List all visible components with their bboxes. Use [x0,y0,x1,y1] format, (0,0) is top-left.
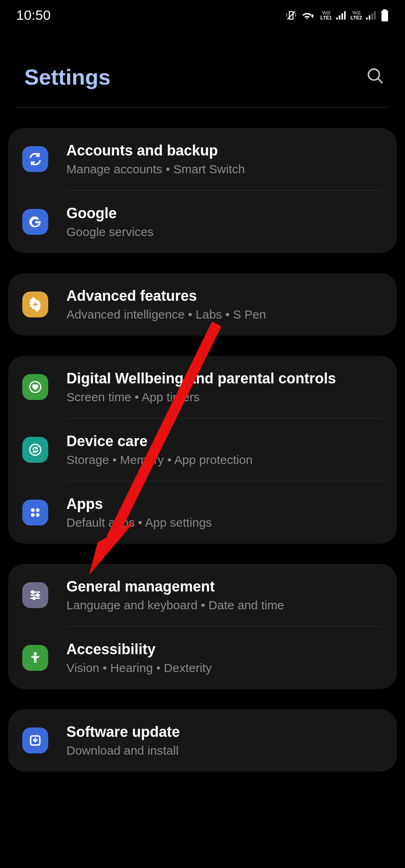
signal2-icon [366,11,377,20]
row-title: Accounts and backup [66,142,383,159]
battery-icon [381,9,389,21]
svg-line-12 [378,79,383,83]
header: Settings [0,30,405,107]
devicecare-icon [22,437,48,463]
svg-rect-4 [344,11,345,19]
settings-item-software[interactable]: Software updateDownload and install [8,709,397,772]
settings-item-wellbeing[interactable]: Digital Wellbeing and parental controlsS… [8,356,397,418]
row-title: Device care [66,433,383,450]
settings-item-google[interactable]: GoogleGoogle services [8,191,397,253]
settings-group: Digital Wellbeing and parental controlsS… [8,356,397,544]
vibrate-off-icon [286,10,297,21]
settings-item-devicecare[interactable]: Device careStorage • Memory • App protec… [8,419,397,481]
svg-point-15 [31,508,35,512]
search-button[interactable] [362,63,389,91]
row-subtitle: Vision • Hearing • Dexterity [66,661,383,675]
row-subtitle: Default apps • App settings [66,516,383,530]
row-title: Advanced features [66,287,383,304]
search-icon [366,67,385,85]
accounts-icon [22,146,48,172]
accessibility-icon [22,645,48,671]
svg-point-23 [36,594,39,596]
sim2-indicator: Vo)) LTE2 [351,10,362,21]
svg-point-22 [32,591,34,594]
svg-point-18 [36,513,40,517]
signal1-icon [336,11,347,20]
svg-rect-10 [382,10,388,21]
wellbeing-icon [22,374,48,400]
row-title: Apps [66,496,383,513]
row-text: Advanced featuresAdvanced intelligence •… [66,287,383,321]
row-subtitle: Storage • Memory • App protection [66,453,383,467]
svg-point-16 [36,508,40,512]
row-title: Accessibility [66,641,383,658]
settings-item-advanced[interactable]: Advanced featuresAdvanced intelligence •… [8,273,397,336]
row-title: General management [66,578,383,595]
google-icon [22,209,48,235]
general-icon [22,582,48,608]
settings-group: Accounts and backupManage accounts • Sma… [8,128,397,253]
svg-point-17 [31,513,35,517]
apps-icon [22,500,48,525]
row-text: Accounts and backupManage accounts • Sma… [66,142,383,176]
sim1-indicator: Vo)) LTE1 [320,10,332,21]
row-subtitle: Advanced intelligence • Labs • S Pen [66,308,383,321]
row-text: Digital Wellbeing and parental controlsS… [66,370,383,404]
row-text: AppsDefault apps • App settings [66,496,383,530]
svg-line-0 [288,11,295,19]
settings-group: Software updateDownload and install [8,709,397,772]
row-title: Digital Wellbeing and parental controls [66,370,383,387]
status-bar: 10:50 Vo)) LTE1 Vo)) LTE2 [0,0,405,30]
svg-point-24 [33,597,35,600]
status-right: Vo)) LTE1 Vo)) LTE2 [286,9,389,21]
row-text: GoogleGoogle services [66,205,383,239]
row-subtitle: Google services [66,225,383,239]
settings-item-accounts[interactable]: Accounts and backupManage accounts • Sma… [8,128,397,190]
svg-rect-9 [383,9,386,11]
settings-group: General managementLanguage and keyboard … [8,564,397,689]
row-text: AccessibilityVision • Hearing • Dexterit… [66,641,383,675]
settings-list[interactable]: Accounts and backupManage accounts • Sma… [0,128,405,772]
status-time: 10:50 [16,7,51,23]
svg-rect-6 [369,15,371,19]
software-icon [22,728,48,753]
page-title: Settings [24,64,111,89]
row-title: Google [66,205,383,222]
row-title: Software update [66,723,383,740]
settings-item-accessibility[interactable]: AccessibilityVision • Hearing • Dexterit… [8,627,397,689]
svg-rect-1 [336,17,338,19]
svg-rect-7 [371,13,373,19]
row-text: Software updateDownload and install [66,723,383,757]
settings-group: Advanced featuresAdvanced intelligence •… [8,273,397,336]
settings-item-general[interactable]: General managementLanguage and keyboard … [8,564,397,626]
row-subtitle: Language and keyboard • Date and time [66,598,383,612]
svg-rect-5 [366,17,368,19]
row-text: General managementLanguage and keyboard … [66,578,383,612]
wifi-icon [301,10,316,21]
svg-rect-8 [374,11,376,19]
svg-point-14 [30,445,41,455]
svg-point-25 [34,652,37,655]
settings-item-apps[interactable]: AppsDefault apps • App settings [8,481,397,544]
svg-rect-2 [339,15,340,19]
header-divider [16,107,389,108]
advanced-icon [22,291,48,317]
row-subtitle: Download and install [66,744,383,757]
row-text: Device careStorage • Memory • App protec… [66,433,383,467]
svg-rect-3 [341,13,343,19]
svg-point-11 [369,69,379,80]
row-subtitle: Screen time • App timers [66,390,383,404]
row-subtitle: Manage accounts • Smart Switch [66,162,383,176]
